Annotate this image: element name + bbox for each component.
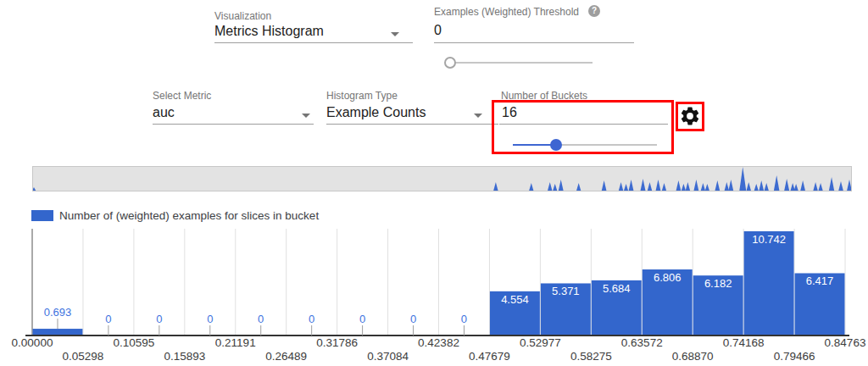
bar-value-label: 0 <box>105 313 111 325</box>
overview-spike <box>739 167 746 191</box>
num-buckets-input[interactable] <box>502 105 663 120</box>
threshold-slider-track[interactable] <box>448 62 593 64</box>
x-axis-label: 0.42382 <box>418 336 459 349</box>
histogram-type-label: Histogram Type <box>326 90 398 102</box>
bar-value-label: 4.554 <box>501 293 529 306</box>
overview-spike <box>759 180 764 191</box>
overview-spike <box>838 181 843 191</box>
threshold-underline <box>434 42 634 43</box>
overview-spike <box>548 182 552 191</box>
overview-spike <box>725 182 729 191</box>
overview-spike <box>705 184 709 191</box>
x-axis-label: 0.79466 <box>774 350 815 363</box>
histogram-chart: 0.693000000004.5545.3715.6846.8066.18210… <box>0 220 868 366</box>
x-axis-label: 0.52977 <box>520 336 561 349</box>
histogram-type-underline <box>326 124 498 125</box>
overview-spike <box>493 182 498 191</box>
bar-value-label: 5.684 <box>603 282 631 295</box>
select-metric-underline <box>153 124 314 125</box>
histogram-bar[interactable] <box>33 329 83 336</box>
chevron-down-icon[interactable] <box>474 114 482 118</box>
bar-value-label: 6.417 <box>806 274 834 287</box>
settings-gear-icon[interactable] <box>679 105 701 127</box>
bar-value-label: 0 <box>156 313 162 325</box>
overview-spike <box>619 182 623 191</box>
x-axis-label: 0.63572 <box>621 336 663 349</box>
x-axis-label: 0.21191 <box>215 336 256 349</box>
threshold-slider-knob[interactable] <box>444 57 456 69</box>
overview-spike <box>701 183 705 191</box>
histogram-type-dropdown[interactable]: Example Counts <box>326 105 470 120</box>
overview-spike <box>754 184 759 191</box>
bar-value-label: 0 <box>461 313 467 325</box>
bar-value-label: 0 <box>359 313 365 325</box>
overview-spike <box>576 183 581 191</box>
x-axis-label: 0.00000 <box>12 336 53 349</box>
overview-spike <box>774 175 780 191</box>
bar-value-label: 0 <box>207 313 213 325</box>
select-metric-label: Select Metric <box>153 90 211 102</box>
overview-spike <box>641 179 646 191</box>
bar-value-label: 0 <box>258 313 264 325</box>
bar-value-label: 6.806 <box>654 271 682 284</box>
x-axis-label: 0.47679 <box>469 350 510 363</box>
overview-spike <box>800 180 805 191</box>
overview-spike <box>791 183 795 191</box>
num-buckets-slider-knob[interactable] <box>550 139 562 151</box>
x-axis-label: 0.58275 <box>570 350 612 363</box>
visualization-label: Visualization <box>214 10 271 22</box>
select-metric-dropdown[interactable]: auc <box>153 105 305 120</box>
overview-spike <box>682 184 686 191</box>
bar-value-label: 0 <box>410 313 416 325</box>
overview-spike <box>676 180 682 191</box>
x-axis-label: 0.10595 <box>113 336 154 349</box>
chevron-down-icon[interactable] <box>391 32 399 36</box>
x-axis-label: 0.15893 <box>164 350 205 363</box>
overview-spike <box>648 182 652 191</box>
overview-spike <box>818 183 822 191</box>
help-icon[interactable]: ? <box>588 5 600 17</box>
overview-spike <box>529 183 533 191</box>
overview-spike <box>662 183 666 191</box>
histogram-bar[interactable] <box>744 231 794 336</box>
bar-value-label: 0 <box>309 313 314 325</box>
bar-value-label: 6.182 <box>704 277 732 290</box>
overview-spike <box>747 182 751 191</box>
visualization-dropdown[interactable]: Metrics Histogram <box>214 24 409 39</box>
overview-spike <box>829 177 834 191</box>
x-axis-label: 0.68870 <box>672 350 714 363</box>
overview-spike <box>784 179 789 191</box>
x-axis-label: 0.84763 <box>825 336 866 349</box>
num-buckets-underline <box>499 124 668 125</box>
visualization-underline <box>214 42 413 43</box>
x-axis-label: 0.26489 <box>265 350 307 363</box>
overview-spike <box>794 184 798 191</box>
overview-spike <box>656 180 661 191</box>
overview-range-selector[interactable] <box>32 166 852 191</box>
num-buckets-label: Number of Buckets <box>501 90 587 102</box>
overview-spike <box>33 187 36 191</box>
overview-spike <box>813 182 817 191</box>
overview-spike <box>765 183 769 191</box>
bar-value-label: 10.742 <box>752 233 786 246</box>
overview-spike <box>624 184 628 191</box>
overview-spike <box>693 180 698 191</box>
x-axis-label: 0.74168 <box>723 336 765 349</box>
threshold-input[interactable] <box>434 23 629 38</box>
overview-spike <box>715 180 720 191</box>
threshold-label: Examples (Weighted) Threshold <box>434 6 579 18</box>
overview-spike <box>728 180 733 191</box>
chevron-down-icon[interactable] <box>302 114 310 118</box>
overview-sparkline <box>33 167 851 191</box>
overview-spike <box>847 180 851 191</box>
overview-spike <box>559 180 564 191</box>
overview-spike <box>602 180 607 191</box>
bar-value-label: 5.371 <box>552 285 580 297</box>
x-axis-label: 0.05298 <box>63 350 104 363</box>
overview-spike <box>686 182 690 191</box>
overview-spike <box>553 184 557 191</box>
x-axis-label: 0.37084 <box>367 350 409 363</box>
x-axis-label: 0.31786 <box>316 336 358 349</box>
bar-value-label: 0.693 <box>44 306 72 319</box>
metrics-histogram-panel: Visualization Metrics Histogram Examples… <box>0 0 868 366</box>
